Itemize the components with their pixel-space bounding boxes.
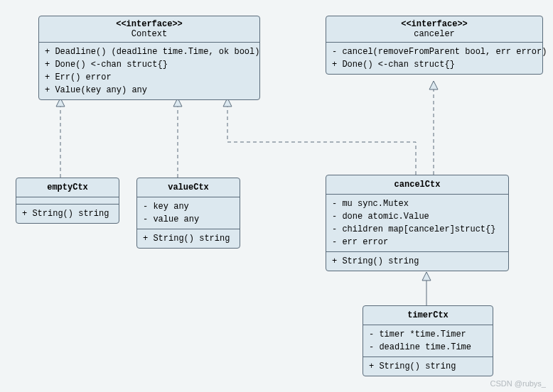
methods-compartment: + String() string bbox=[363, 357, 493, 376]
watermark: CSDN @rubys_ bbox=[490, 379, 546, 388]
fields-compartment bbox=[16, 197, 119, 205]
fields-compartment: - mu sync.Mutex - done atomic.Value - ch… bbox=[326, 195, 508, 252]
class-name: Context bbox=[46, 29, 252, 39]
class-title: <<interface>> canceler bbox=[326, 16, 542, 43]
class-context: <<interface>> Context + Deadline() (dead… bbox=[38, 16, 260, 100]
stereotype: <<interface>> bbox=[333, 19, 535, 29]
methods-compartment: + String() string bbox=[16, 205, 119, 223]
class-name: timerCtx bbox=[363, 306, 493, 325]
svg-marker-4 bbox=[422, 272, 431, 281]
class-name: emptyCtx bbox=[16, 178, 119, 197]
methods-compartment: + String() string bbox=[137, 229, 240, 248]
fields-compartment: - key any - value any bbox=[137, 197, 240, 229]
class-timerctx: timerCtx - timer *time.Timer - deadline … bbox=[363, 305, 493, 376]
class-name: valueCtx bbox=[137, 178, 240, 197]
methods-compartment: + Deadline() (deadline time.Time, ok boo… bbox=[39, 43, 259, 99]
methods-compartment: + String() string bbox=[326, 252, 508, 271]
fields-compartment: - timer *time.Timer - deadline time.Time bbox=[363, 325, 493, 357]
class-name: cancelCtx bbox=[326, 175, 508, 195]
class-valuectx: valueCtx - key any - value any + String(… bbox=[136, 178, 240, 249]
class-canceler: <<interface>> canceler - cancel(removeFr… bbox=[326, 16, 543, 75]
class-emptyctx: emptyCtx + String() string bbox=[16, 178, 119, 224]
stereotype: <<interface>> bbox=[46, 19, 252, 29]
class-cancelctx: cancelCtx - mu sync.Mutex - done atomic.… bbox=[326, 175, 509, 271]
class-title: <<interface>> Context bbox=[39, 16, 259, 43]
class-name: canceler bbox=[333, 29, 535, 39]
methods-compartment: - cancel(removeFromParent bool, err erro… bbox=[326, 43, 542, 74]
svg-marker-3 bbox=[429, 81, 438, 89]
